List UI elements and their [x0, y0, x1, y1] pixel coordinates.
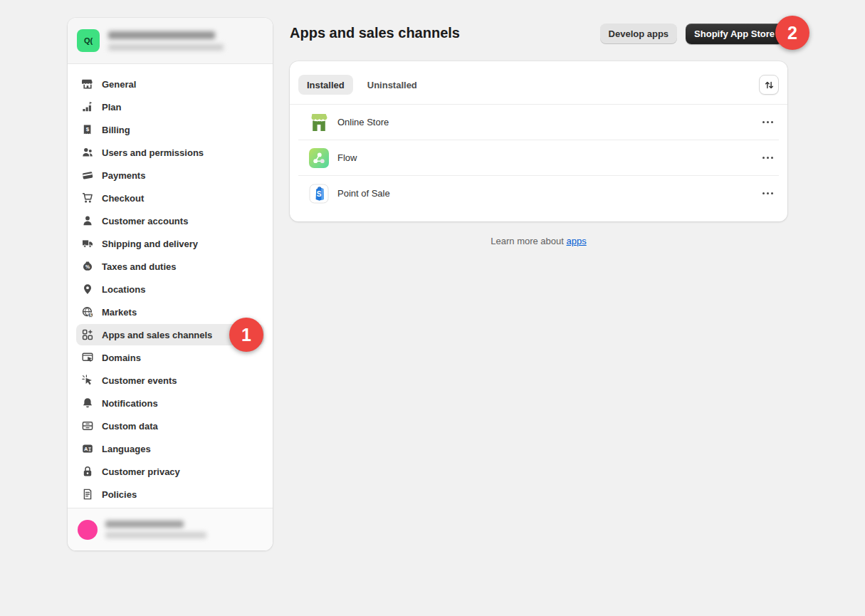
- sidebar-item-label: Customer accounts: [102, 216, 188, 226]
- store-icon: [82, 78, 93, 90]
- sort-arrows-icon: [764, 80, 775, 90]
- sidebar-item-label: Billing: [102, 125, 130, 135]
- shipping-truck-icon: [82, 238, 93, 249]
- store-name-redacted: [108, 31, 215, 39]
- dot: [762, 192, 765, 194]
- sidebar-item-custom-data[interactable]: Custom data: [76, 415, 264, 437]
- sidebar-item-label: Customer events: [102, 375, 177, 386]
- payments-icon: [82, 169, 93, 181]
- sidebar-item-label: Shipping and delivery: [102, 239, 198, 249]
- sidebar-item-payments[interactable]: Payments: [76, 165, 264, 186]
- sidebar-item-label: General: [102, 79, 136, 90]
- user-email-redacted: [105, 532, 206, 538]
- sidebar-item-languages[interactable]: A Languages: [76, 438, 264, 459]
- apps-link[interactable]: apps: [567, 236, 587, 246]
- sidebar-item-label: Locations: [102, 284, 145, 295]
- sidebar-item-markets[interactable]: $ Markets: [76, 301, 264, 323]
- sidebar-item-notifications[interactable]: Notifications: [76, 392, 264, 414]
- taxes-icon: %: [82, 261, 93, 272]
- sidebar-item-customer-accounts[interactable]: Customer accounts: [76, 210, 264, 231]
- sidebar-item-label: Domains: [102, 353, 141, 363]
- sidebar-item-customer-privacy[interactable]: Customer privacy: [76, 461, 264, 482]
- learn-more-text: Learn more about apps: [290, 236, 787, 246]
- sidebar-item-label: Custom data: [102, 421, 158, 432]
- user-avatar: [78, 520, 98, 540]
- sidebar-item-users-and-permissions[interactable]: Users and permissions: [76, 142, 264, 163]
- store-avatar: Q(: [77, 29, 100, 52]
- sidebar-item-locations[interactable]: Locations: [76, 278, 264, 300]
- privacy-lock-icon: [82, 466, 93, 477]
- tab-installed[interactable]: Installed: [298, 75, 353, 95]
- app-row-point-of-sale[interactable]: S Point of Sale: [298, 175, 779, 211]
- settings-nav: General Plan $ Billing Users and permiss…: [68, 64, 273, 516]
- page-title: Apps and sales channels: [290, 25, 460, 41]
- app-rows: Online Store Flow S Point of Sale: [290, 105, 787, 211]
- app-row-menu-point-of-sale[interactable]: [758, 187, 777, 200]
- app-name: Flow: [337, 152, 357, 163]
- sidebar-item-customer-events[interactable]: Customer events: [76, 370, 264, 391]
- notifications-bell-icon: [82, 397, 93, 409]
- annotation-badge-2: 2: [775, 16, 809, 50]
- dot: [771, 121, 773, 123]
- app-list-tabs: Installed Uninstalled: [290, 61, 787, 105]
- dot: [767, 157, 769, 159]
- store-header: Q(: [68, 18, 273, 64]
- develop-apps-button[interactable]: Develop apps: [600, 24, 678, 44]
- online-store-icon: [309, 113, 329, 132]
- point-of-sale-icon: S: [309, 184, 329, 204]
- store-info: [108, 31, 224, 51]
- sidebar-item-checkout[interactable]: Checkout: [76, 187, 264, 209]
- sidebar-item-plan[interactable]: Plan: [76, 96, 264, 118]
- sidebar-item-shipping-and-delivery[interactable]: Shipping and delivery: [76, 233, 264, 254]
- users-icon: [82, 147, 93, 158]
- learn-more-label: Learn more about: [491, 236, 566, 246]
- svg-text:A: A: [84, 446, 88, 452]
- sidebar-item-label: Customer privacy: [102, 466, 180, 477]
- dot: [771, 157, 773, 159]
- customer-events-icon: [82, 375, 93, 386]
- billing-icon: $: [82, 124, 93, 135]
- custom-data-icon: [82, 420, 93, 432]
- svg-text:S: S: [317, 189, 322, 197]
- sidebar-item-taxes-and-duties[interactable]: % Taxes and duties: [76, 256, 264, 277]
- app-row-online-store[interactable]: Online Store: [298, 105, 779, 140]
- checkout-cart-icon: [82, 192, 93, 204]
- tab-uninstalled[interactable]: Uninstalled: [359, 75, 426, 95]
- sidebar-item-policies[interactable]: Policies: [76, 484, 264, 505]
- sidebar-item-label: Policies: [102, 489, 137, 500]
- sidebar-item-label: Languages: [102, 444, 151, 454]
- sidebar-item-label: Payments: [102, 170, 145, 181]
- sidebar-item-domains[interactable]: Domains: [76, 347, 264, 368]
- annotation-badge-1: 1: [229, 318, 263, 352]
- sidebar-item-billing[interactable]: $ Billing: [76, 119, 264, 140]
- apps-card: Installed Uninstalled Online Store Flow …: [290, 61, 787, 221]
- app-row-menu-flow[interactable]: [758, 151, 777, 165]
- user-account-section: [68, 508, 273, 550]
- store-email-redacted: [108, 44, 224, 51]
- policies-icon: [82, 489, 93, 500]
- sidebar-item-label: Checkout: [102, 193, 144, 204]
- domains-icon: [82, 352, 93, 363]
- apps-grid-icon: [82, 329, 93, 340]
- main-content: Apps and sales channels Develop apps Sho…: [290, 0, 787, 616]
- page: { "colors": { "page_background": "#f1f1f…: [0, 0, 865, 616]
- plan-icon: [82, 101, 93, 113]
- user-info: [105, 521, 206, 538]
- user-name-redacted: [105, 521, 184, 528]
- sidebar-item-general[interactable]: General: [76, 73, 264, 95]
- dot: [762, 121, 765, 123]
- app-row-flow[interactable]: Flow: [298, 140, 779, 175]
- settings-sidebar: Q( General Plan $ Billing Users and perm…: [68, 18, 273, 550]
- sidebar-item-label: Plan: [102, 102, 121, 113]
- app-row-menu-online-store[interactable]: [758, 115, 777, 129]
- shopify-app-store-button[interactable]: Shopify App Store: [686, 24, 783, 44]
- sort-button[interactable]: [759, 75, 779, 95]
- sidebar-item-label: Taxes and duties: [102, 261, 177, 272]
- locations-pin-icon: [82, 283, 93, 295]
- flow-icon: [309, 148, 329, 168]
- app-name: Point of Sale: [337, 188, 390, 199]
- dot: [767, 192, 769, 194]
- dot: [771, 192, 773, 194]
- languages-icon: A: [82, 443, 93, 454]
- header-actions: Develop apps Shopify App Store: [600, 24, 783, 44]
